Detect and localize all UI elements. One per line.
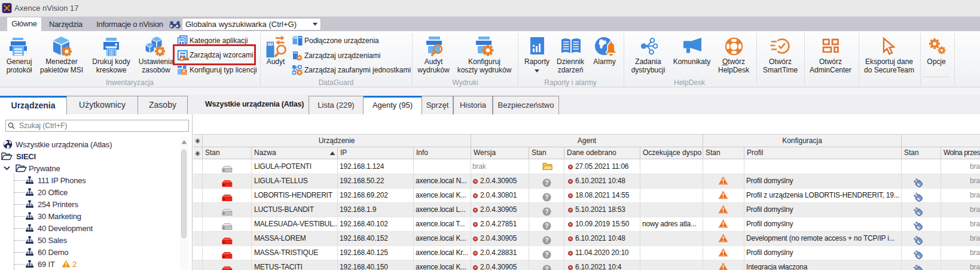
- svg-text:?: ?: [545, 208, 548, 215]
- svg-text:?: ?: [545, 236, 548, 244]
- svg-text:?: ?: [545, 222, 548, 229]
- svg-text:?: ?: [545, 265, 548, 270]
- svg-text:?: ?: [545, 193, 548, 201]
- svg-text:?: ?: [545, 251, 548, 258]
- svg-text:?: ?: [545, 179, 548, 186]
